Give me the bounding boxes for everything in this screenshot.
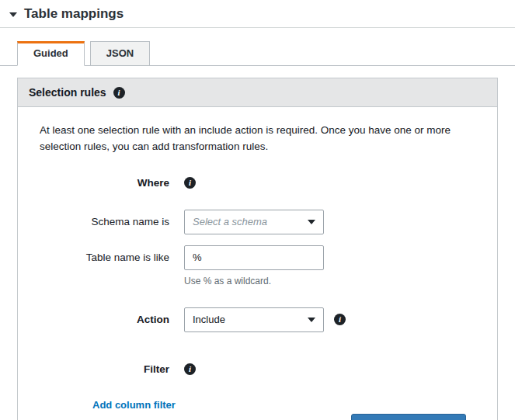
table-mappings-section-header[interactable]: Table mappings: [0, 0, 515, 28]
table-name-input[interactable]: [184, 245, 324, 270]
action-row: Action Include: [40, 307, 475, 332]
table-name-label: Table name is like: [40, 252, 169, 263]
schema-name-label: Schema name is: [40, 216, 169, 227]
action-info-icon[interactable]: [334, 314, 346, 325]
selection-rules-panel: Selection rules At least one selection r…: [17, 78, 498, 420]
where-label: Where: [40, 177, 169, 189]
tab-bar: Guided JSON: [0, 41, 515, 66]
filter-label: Filter: [40, 363, 169, 375]
primary-action-button-partial[interactable]: [351, 414, 466, 420]
selection-rules-description: At least one selection rule with an incl…: [40, 123, 475, 155]
panel-title: Selection rules: [29, 86, 106, 99]
where-row: Where: [40, 177, 475, 189]
action-select[interactable]: Include: [184, 307, 324, 332]
schema-select-placeholder: Select a schema: [193, 216, 267, 227]
schema-select[interactable]: Select a schema: [184, 210, 324, 234]
action-label: Action: [40, 314, 169, 325]
table-name-row: Table name is like: [40, 245, 475, 270]
chevron-down-icon: [308, 220, 315, 224]
chevron-down-icon: [308, 318, 315, 322]
panel-header: Selection rules: [18, 78, 497, 107]
wildcard-hint: Use % as a wildcard.: [184, 276, 475, 286]
section-expanded-caret-icon: [9, 12, 17, 17]
schema-row: Schema name is Select a schema: [40, 210, 475, 234]
where-info-icon[interactable]: [184, 177, 196, 189]
filter-info-icon[interactable]: [184, 363, 196, 375]
tab-guided[interactable]: Guided: [17, 41, 85, 66]
selection-rules-info-icon[interactable]: [113, 87, 125, 99]
tab-json[interactable]: JSON: [90, 41, 150, 66]
add-column-filter-link[interactable]: Add column filter: [92, 399, 176, 411]
action-select-value: Include: [193, 314, 225, 325]
filter-row: Filter: [40, 363, 475, 375]
section-title: Table mappings: [24, 6, 124, 22]
panel-body: At least one selection rule with an incl…: [18, 107, 497, 420]
